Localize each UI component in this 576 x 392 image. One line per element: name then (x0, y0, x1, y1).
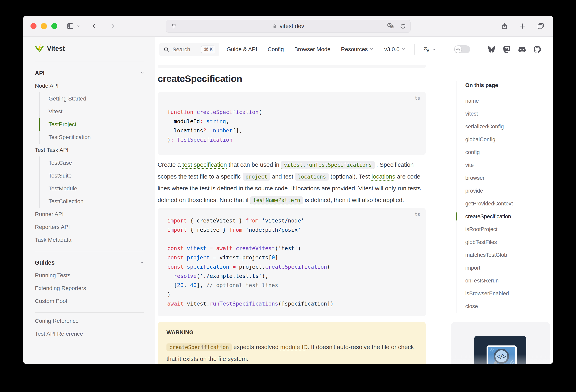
sidebar-item-getting-started[interactable]: Getting Started (39, 92, 144, 105)
sidebar-item-testspecification[interactable]: TestSpecification (39, 131, 144, 144)
desktop-background: vitest.dev A文 (0, 0, 576, 392)
toc-item-isbrowserenabled[interactable]: isBrowserEnabled (465, 287, 552, 300)
text-run: is defined, then it will also be applied… (303, 197, 404, 203)
new-tab-button[interactable] (519, 23, 526, 30)
code-line: [20, 40], // optional test lines (167, 281, 416, 290)
reader-view-icon[interactable] (171, 23, 177, 30)
code-block-example: ts import { createVitest } from 'vitest/… (158, 208, 426, 316)
nav-item-config[interactable]: Config (267, 46, 284, 53)
header-separator (414, 44, 415, 55)
sidebar-item-vitest[interactable]: Vitest (39, 105, 144, 118)
sidebar-section-api[interactable]: API (35, 67, 144, 79)
toc-item-ontestsrerun[interactable]: onTestsRerun (465, 274, 552, 287)
nav-item-resources[interactable]: Resources (341, 46, 374, 53)
warning-callout: WARNING createSpecification expects reso… (158, 322, 426, 364)
sidebar-item-test-task-api[interactable]: Test Task API (35, 144, 144, 156)
url-text: vitest.dev (280, 23, 304, 30)
tab-overview-button[interactable] (537, 22, 545, 30)
toc-item-isrootproject[interactable]: isRootProject (465, 223, 552, 236)
toc-item-serializedconfig[interactable]: serializedConfig (465, 120, 552, 133)
sidebar-item-runner-api[interactable]: Runner API (35, 208, 144, 221)
share-button[interactable] (501, 23, 508, 30)
nav-item-browser-mode[interactable]: Browser Mode (294, 46, 331, 53)
sidebar-item-testsuite[interactable]: TestSuite (39, 169, 144, 182)
sidebar-item-custom-pool[interactable]: Custom Pool (35, 295, 144, 307)
code-language-badge: ts (415, 95, 420, 101)
toc-item-import[interactable]: import (465, 261, 552, 274)
minimize-window-button[interactable] (41, 23, 47, 29)
reload-icon[interactable] (400, 23, 406, 30)
chevron-down-icon (140, 260, 144, 265)
inline-code: createSpecification (167, 343, 232, 351)
sponsor-card[interactable]: </> (451, 322, 550, 364)
inline-link[interactable]: test specification (182, 161, 227, 168)
text-run: (optional). Test (329, 173, 372, 180)
sidebar-item-test-api-reference[interactable]: Test API Reference (35, 327, 144, 340)
code-line: import { createVitest } from 'vitest/nod… (167, 216, 416, 225)
sidebar-item-testproject[interactable]: TestProject (39, 118, 144, 131)
inline-link[interactable]: module ID (280, 344, 308, 350)
sidebar-item-testcollection[interactable]: TestCollection (39, 195, 144, 208)
toc-item-vite[interactable]: vite (465, 159, 552, 172)
nav-item-label: v3.0.0 (384, 46, 400, 53)
chevron-down-icon (401, 47, 405, 51)
zoom-window-button[interactable] (51, 23, 57, 29)
sidebar-item-extending-reporters[interactable]: Extending Reporters (35, 282, 144, 295)
mastodon-icon[interactable] (503, 46, 510, 53)
text-run: expects resolved (232, 344, 280, 350)
toc-item-name[interactable]: name (465, 94, 552, 107)
nav-item-label: Guide & API (227, 46, 257, 53)
sidebar-item-node-api[interactable]: Node API (35, 79, 144, 92)
bluesky-icon[interactable] (488, 46, 495, 53)
toc-item-globtestfiles[interactable]: globTestFiles (465, 236, 552, 248)
toc-list: namevitestserializedConfigglobalConfigco… (465, 94, 552, 313)
address-bar[interactable]: vitest.dev A文 (166, 20, 410, 33)
sidebar-item-task-metadata[interactable]: Task Metadata (35, 234, 144, 246)
inline-code-link[interactable]: testNamePattern (250, 196, 303, 204)
doc-content: createSpecification ts function createSp… (158, 64, 426, 364)
forward-button[interactable] (109, 23, 116, 30)
search-button[interactable]: Search ⌘ K (159, 43, 219, 56)
sidebar-item-config-reference[interactable]: Config Reference (35, 315, 144, 327)
toc-item-createspecification[interactable]: createSpecification (465, 210, 552, 223)
chevron-down-icon (140, 71, 144, 75)
toc-item-browser[interactable]: browser (465, 172, 552, 184)
back-button[interactable] (91, 23, 97, 30)
language-menu-button[interactable]: 文A (423, 46, 436, 53)
translate-icon[interactable]: A文 (387, 23, 394, 30)
brand-logo[interactable]: Vitest (35, 37, 144, 60)
toc-item-config[interactable]: config (465, 146, 552, 159)
sidebar-divider (35, 61, 144, 62)
toc-item-getprovidedcontext[interactable]: getProvidedContext (465, 197, 552, 210)
sidebar-item-testmodule[interactable]: TestModule (39, 182, 144, 195)
nav-item-label: Browser Mode (294, 46, 331, 53)
header-separator (479, 44, 479, 55)
discord-icon[interactable] (518, 46, 526, 53)
toc-item-matchestestglob[interactable]: matchesTestGlob (465, 248, 552, 261)
toc-item-close[interactable]: close (465, 300, 552, 313)
nav-item-guide-api[interactable]: Guide & API (227, 46, 257, 53)
sidebar-nav: APINode APIGetting StartedVitestTestProj… (35, 67, 144, 340)
theme-toggle[interactable] (454, 45, 470, 53)
toc-item-provide[interactable]: provide (465, 184, 552, 197)
inline-link[interactable]: locations (372, 173, 395, 180)
sidebar-item-reporters-api[interactable]: Reporters API (35, 221, 144, 234)
sidebar-item-running-tests[interactable]: Running Tests (35, 269, 144, 282)
inline-code-link[interactable]: vitest.runTestSpecifications (281, 161, 374, 169)
sidebar-section-label: API (35, 70, 45, 76)
search-shortcut-badge: ⌘ K (201, 46, 215, 53)
close-window-button[interactable] (30, 23, 36, 29)
toc-item-globalconfig[interactable]: globalConfig (465, 133, 552, 146)
sidebar-section-guides[interactable]: Guides (35, 256, 144, 269)
nav-item-label: Resources (341, 46, 368, 53)
toc-item-vitest[interactable]: vitest (465, 107, 552, 120)
text-run: that can be used in (227, 161, 281, 168)
sidebar-item-testcase[interactable]: TestCase (39, 156, 144, 169)
nav-item-v3-0-0[interactable]: v3.0.0 (384, 46, 405, 53)
sidebar-toggle-button[interactable] (66, 22, 74, 30)
toc-title: On this page (465, 81, 552, 89)
sidebar-menu-chevron[interactable] (76, 24, 80, 28)
code-line: const vitest = await createVitest('test'… (167, 244, 416, 253)
github-icon[interactable] (534, 46, 541, 53)
text-run: Create a (158, 161, 182, 168)
